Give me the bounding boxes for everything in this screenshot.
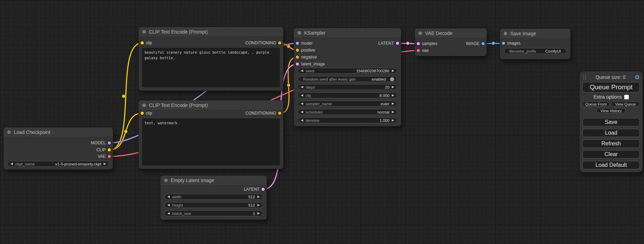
- decrement-icon[interactable]: ◀: [301, 69, 303, 72]
- output-slot-latent[interactable]: LATENT: [244, 186, 267, 192]
- decrement-icon[interactable]: ◀: [301, 85, 303, 89]
- widget-seed[interactable]: ◀ seed 156680208700286 ▶: [298, 68, 397, 74]
- output-slot-image[interactable]: IMAGE: [466, 40, 487, 47]
- output-slot-model[interactable]: MODEL: [91, 140, 113, 146]
- decrement-icon[interactable]: ◀: [301, 102, 303, 105]
- slot-dot-latent[interactable]: [262, 188, 265, 191]
- node-clip-text-encode-negative[interactable]: CLIP Text Encode (Prompt) clip CONDITION…: [139, 100, 283, 169]
- input-slot-images[interactable]: images: [500, 40, 521, 46]
- queue-prompt-button[interactable]: Queue Prompt: [582, 82, 640, 92]
- slot-dot-vae[interactable]: [108, 155, 111, 158]
- slot-dot-latent[interactable]: [396, 42, 399, 45]
- collapse-dot-icon[interactable]: [142, 30, 146, 34]
- increment-icon[interactable]: ▶: [392, 94, 394, 97]
- output-slot-latent[interactable]: LATENT: [378, 40, 401, 46]
- widget-sampler-name[interactable]: ◀ sampler_name euler ▶: [298, 101, 397, 107]
- input-slot-model[interactable]: model: [294, 40, 312, 46]
- input-slot-positive[interactable]: positive: [294, 47, 315, 53]
- toggle-dot-icon[interactable]: [390, 77, 394, 81]
- collapse-dot-icon[interactable]: [164, 179, 168, 182]
- drag-handle-icon[interactable]: [583, 74, 586, 80]
- decrement-icon[interactable]: ◀: [167, 212, 170, 215]
- increment-icon[interactable]: ▶: [257, 204, 260, 207]
- gear-icon[interactable]: ⚙: [635, 74, 640, 80]
- refresh-button[interactable]: Refresh: [582, 139, 640, 148]
- decrement-icon[interactable]: ◀: [167, 195, 170, 198]
- slot-dot-latent[interactable]: [417, 42, 420, 45]
- node-titlebar[interactable]: CLIP Text Encode (Prompt): [139, 27, 283, 37]
- input-slot-samples[interactable]: samples: [415, 40, 438, 47]
- decrement-icon[interactable]: ◀: [301, 94, 303, 97]
- widget-cfg[interactable]: ◀ cfg 8.000 ▶: [298, 92, 397, 98]
- clear-button[interactable]: Clear: [582, 150, 640, 159]
- node-titlebar[interactable]: Save Image: [500, 29, 571, 39]
- decrement-icon[interactable]: ◀: [301, 119, 303, 122]
- widget-steps[interactable]: ◀ steps 20 ▶: [298, 84, 397, 90]
- output-slot-vae[interactable]: VAE: [98, 153, 113, 160]
- view-history-button[interactable]: View History: [597, 108, 626, 113]
- node-graph-canvas[interactable]: Load Checkpoint MODEL CLIP VAE ◀ ckpt_na…: [0, 0, 644, 244]
- slot-dot-conditioning[interactable]: [296, 49, 299, 52]
- increment-icon[interactable]: ▶: [392, 102, 394, 105]
- output-slot-conditioning[interactable]: CONDITIONING: [245, 40, 283, 46]
- input-slot-clip[interactable]: clip: [139, 40, 152, 46]
- slot-dot-vae[interactable]: [417, 49, 420, 52]
- widget-scheduler[interactable]: ◀ scheduler normal ▶: [298, 109, 397, 115]
- widget-filename-prefix[interactable]: filename_prefix ComfyUI: [504, 48, 566, 54]
- decrement-icon[interactable]: ◀: [10, 162, 13, 165]
- increment-icon[interactable]: ▶: [257, 212, 260, 215]
- node-empty-latent-image[interactable]: Empty Latent Image LATENT ◀ width 512 ▶ …: [160, 175, 267, 220]
- collapse-dot-icon[interactable]: [298, 31, 301, 35]
- widget-batch-size[interactable]: ◀ batch_size 1 ▶: [165, 210, 263, 216]
- slot-dot-image[interactable]: [502, 42, 505, 45]
- node-clip-text-encode-positive[interactable]: CLIP Text Encode (Prompt) clip CONDITION…: [139, 27, 283, 91]
- increment-icon[interactable]: ▶: [392, 69, 394, 72]
- slot-dot-latent[interactable]: [296, 63, 299, 66]
- node-titlebar[interactable]: CLIP Text Encode (Prompt): [139, 100, 283, 110]
- collapse-dot-icon[interactable]: [504, 32, 507, 35]
- widget-random-seed-toggle[interactable]: Random seed after every gen enabled: [298, 76, 397, 82]
- collapse-dot-icon[interactable]: [142, 103, 146, 107]
- slot-dot-clip[interactable]: [108, 148, 111, 152]
- node-ksampler[interactable]: KSampler model LATENT positive negative …: [294, 28, 401, 126]
- prompt-textarea[interactable]: text, watermark: [142, 118, 280, 165]
- prompt-textarea[interactable]: beautiful scenery nature glass bottle la…: [142, 48, 280, 87]
- output-slot-clip[interactable]: CLIP: [96, 147, 113, 153]
- collapse-dot-icon[interactable]: [418, 31, 422, 35]
- input-slot-clip[interactable]: clip: [139, 110, 152, 116]
- slot-dot-conditioning[interactable]: [278, 112, 281, 115]
- slot-dot-image[interactable]: [482, 42, 485, 45]
- node-titlebar[interactable]: KSampler: [294, 28, 401, 38]
- widget-denoise[interactable]: ◀ denoise 1.000 ▶: [298, 117, 397, 123]
- save-button[interactable]: Save: [582, 118, 640, 126]
- output-slot-conditioning[interactable]: CONDITIONING: [245, 110, 283, 116]
- queue-front-button[interactable]: Queue Front: [582, 101, 610, 107]
- increment-icon[interactable]: ▶: [392, 110, 394, 114]
- input-slot-vae[interactable]: vae: [415, 47, 429, 54]
- node-titlebar[interactable]: Load Checkpoint: [3, 127, 113, 137]
- decrement-icon[interactable]: ◀: [301, 110, 303, 114]
- increment-icon[interactable]: ▶: [392, 119, 394, 122]
- load-button[interactable]: Load: [582, 129, 640, 137]
- node-titlebar[interactable]: VAE Decode: [415, 28, 487, 38]
- slot-dot-clip[interactable]: [141, 42, 144, 45]
- decrement-icon[interactable]: ◀: [167, 204, 170, 207]
- increment-icon[interactable]: ▶: [104, 162, 106, 165]
- node-load-checkpoint[interactable]: Load Checkpoint MODEL CLIP VAE ◀ ckpt_na…: [3, 127, 113, 170]
- slot-dot-model[interactable]: [108, 142, 111, 145]
- node-vae-decode[interactable]: VAE Decode samples IMAGE vae: [415, 28, 487, 56]
- collapse-dot-icon[interactable]: [7, 130, 11, 134]
- load-default-button[interactable]: Load Default: [582, 161, 640, 169]
- widget-width[interactable]: ◀ width 512 ▶: [165, 194, 263, 200]
- increment-icon[interactable]: ▶: [257, 195, 260, 198]
- slot-dot-clip[interactable]: [141, 112, 144, 115]
- input-slot-latent-image[interactable]: latent_image: [294, 61, 325, 67]
- slot-dot-conditioning[interactable]: [278, 42, 281, 45]
- view-queue-button[interactable]: View Queue: [611, 101, 640, 107]
- widget-height[interactable]: ◀ height 512 ▶: [165, 202, 263, 208]
- widget-ckpt-name[interactable]: ◀ ckpt_name v1-5-pruned-emaonly.ckpt ▶: [8, 161, 109, 167]
- extra-options-checkbox[interactable]: [624, 95, 629, 99]
- node-save-image[interactable]: Save Image images filename_prefix ComfyU…: [500, 29, 571, 59]
- slot-dot-model[interactable]: [296, 42, 299, 45]
- node-titlebar[interactable]: Empty Latent Image: [160, 175, 267, 186]
